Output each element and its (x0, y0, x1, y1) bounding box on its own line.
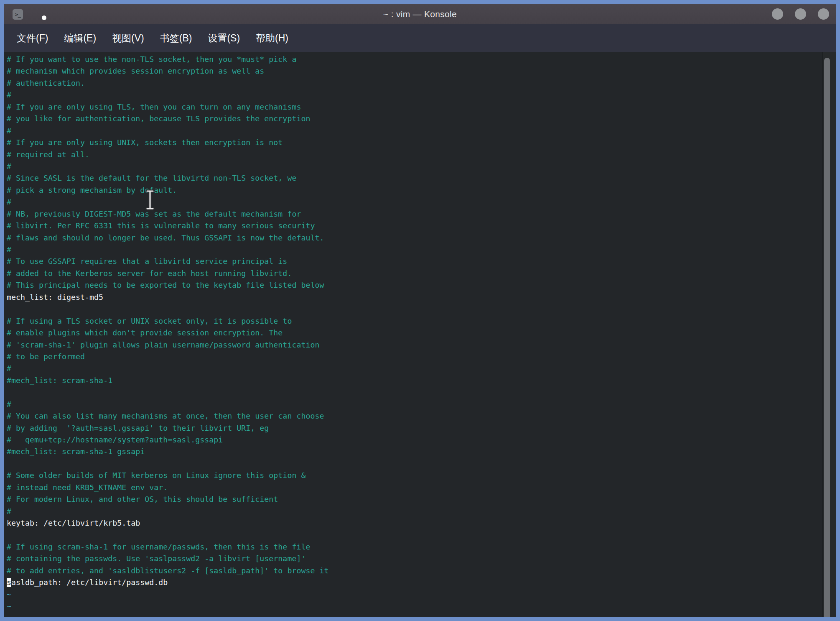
terminal-line: # 'scram-sha-1' plugin allows plain user… (7, 339, 822, 351)
terminal-line: # You can also list many mechanisms at o… (7, 410, 822, 422)
terminal-line (7, 386, 822, 398)
menu-item-file[interactable]: 文件(F) (17, 32, 48, 45)
minimize-button[interactable] (772, 8, 783, 20)
terminal-line: # (7, 125, 822, 137)
terminal-line: # If you want to use the non-TLS socket,… (7, 54, 822, 65)
terminal-line: # Some older builds of MIT kerberos on L… (7, 470, 822, 481)
terminal-line: # If using scram-sha-1 for username/pass… (7, 541, 822, 553)
window-buttons (772, 8, 829, 20)
terminal-line: # (7, 399, 822, 410)
terminal-line: # instead need KRB5_KTNAME env var. (7, 482, 822, 493)
terminal-line: mech_list: digest-md5 (7, 291, 822, 303)
menu-item-bookmarks[interactable]: 书签(B) (160, 32, 192, 45)
terminal-line: ~ (7, 589, 822, 601)
terminal-line: ~ (7, 601, 822, 612)
terminal-viewport[interactable]: # If you want to use the non-TLS socket,… (4, 52, 836, 617)
menu-item-settings[interactable]: 设置(S) (208, 32, 240, 45)
window-border: >_ ~ : vim — Konsole 文件(F)编辑(E)视图(V)书签(B… (0, 0, 840, 621)
menu-item-help[interactable]: 帮助(H) (256, 32, 288, 45)
terminal-text: # If you want to use the non-TLS socket,… (7, 54, 822, 613)
terminal-line: # For modern Linux, and other OS, this s… (7, 493, 822, 505)
terminal-line: # by adding '?auth=sasl.gssapi' to their… (7, 422, 822, 434)
menu-item-view[interactable]: 视图(V) (112, 32, 144, 45)
terminal-line: # required at all. (7, 149, 822, 161)
terminal-line: # If you are only using UNIX, sockets th… (7, 137, 822, 148)
terminal-line: # flaws and should no longer be used. Th… (7, 232, 822, 244)
menu-bar: 文件(F)编辑(E)视图(V)书签(B)设置(S)帮助(H) (4, 24, 836, 52)
notification-dot-icon (42, 15, 46, 20)
terminal-line: #mech_list: scram-sha-1 gssapi (7, 446, 822, 457)
terminal-line: # NB, previously DIGEST-MD5 was set as t… (7, 208, 822, 220)
terminal-line: # containing the passwds. Use 'saslpassw… (7, 553, 822, 565)
terminal-line: # mechanism which provides session encry… (7, 65, 822, 77)
menu-item-edit[interactable]: 编辑(E) (64, 32, 96, 45)
terminal-line: # authentication. (7, 77, 822, 89)
terminal-line: # This principal needs to be exported to… (7, 279, 822, 291)
terminal-line: # (7, 196, 822, 208)
window-title: ~ : vim — Konsole (383, 9, 457, 19)
terminal-line: # you like for authentication, because T… (7, 113, 822, 125)
terminal-line: # (7, 363, 822, 374)
terminal-line: # to be performed (7, 351, 822, 363)
terminal-line: # added to the Kerberos server for each … (7, 268, 822, 279)
konsole-app-icon[interactable]: >_ (13, 9, 23, 20)
scrollbar-track[interactable] (822, 52, 836, 617)
titlebar[interactable]: >_ ~ : vim — Konsole (4, 4, 836, 24)
terminal-line (7, 458, 822, 470)
close-button[interactable] (818, 8, 829, 20)
terminal-line: # To use GSSAPI requires that a libvirtd… (7, 256, 822, 267)
vim-cursor: s (7, 578, 11, 587)
terminal-line (7, 529, 822, 541)
terminal-line: # enable plugins which don't provide ses… (7, 327, 822, 339)
terminal-line (7, 303, 822, 315)
scrollbar-thumb[interactable] (824, 58, 830, 617)
terminal-line: sasldb_path: /etc/libvirt/passwd.db (7, 577, 822, 588)
terminal-line: # (7, 506, 822, 517)
terminal-line: # If you are only using TLS, then you ca… (7, 101, 822, 113)
terminal-line: # (7, 244, 822, 256)
text-cursor-pointer-icon (145, 189, 155, 210)
konsole-window: >_ ~ : vim — Konsole 文件(F)编辑(E)视图(V)书签(B… (4, 4, 836, 617)
terminal-line: # Since SASL is the default for the libv… (7, 172, 822, 184)
terminal-line: # libvirt. Per RFC 6331 this is vulnerab… (7, 220, 822, 232)
terminal-line: # (7, 89, 822, 101)
terminal-line: # to add entries, and 'sasldblistusers2 … (7, 565, 822, 577)
terminal-line: #mech_list: scram-sha-1 (7, 375, 822, 386)
terminal-line: # qemu+tcp://hostname/system?auth=sasl.g… (7, 434, 822, 446)
maximize-button[interactable] (795, 8, 806, 20)
terminal-line: # pick a strong mechanism by default. (7, 184, 822, 196)
terminal-line: # If using a TLS socket or UNIX socket o… (7, 315, 822, 327)
terminal-line: keytab: /etc/libvirt/krb5.tab (7, 517, 822, 529)
terminal-line: # (7, 161, 822, 172)
